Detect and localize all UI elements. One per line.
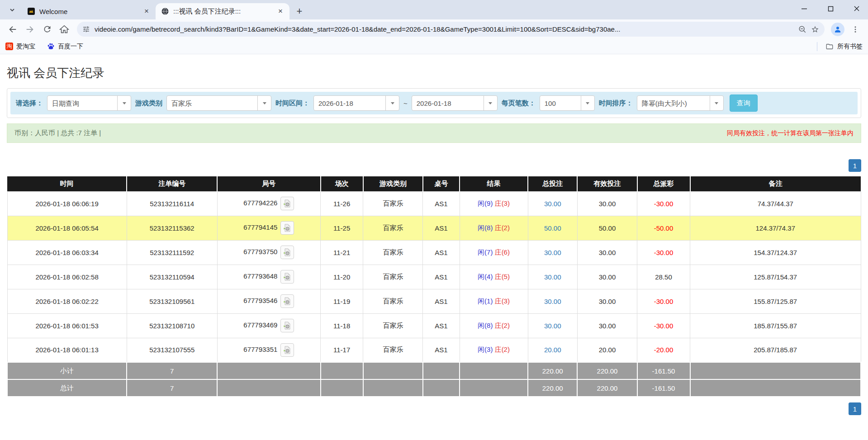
video-replay-icon[interactable] xyxy=(280,270,294,284)
col-payout: 总派彩 xyxy=(637,176,690,191)
cell-time: 2026-01-18 06:06:19 xyxy=(7,191,127,216)
currency-summary: 币别：人民币 | 总共 :7 注单 | xyxy=(14,129,101,137)
profile-avatar[interactable] xyxy=(831,23,844,36)
caret-down-icon xyxy=(489,102,492,104)
dropdown-button[interactable] xyxy=(581,96,594,110)
pagination-top: 1 xyxy=(7,159,861,172)
cell-table-no: AS1 xyxy=(423,216,460,240)
cell-total-bet: 50.00 xyxy=(528,216,577,240)
col-total-bet: 总投注 xyxy=(528,176,577,191)
game-kind-label: 游戏类别 xyxy=(135,99,162,108)
zoom-out-icon[interactable] xyxy=(798,25,806,33)
all-bookmarks-label: 所有书签 xyxy=(837,43,863,51)
bookmark-baidu[interactable]: 百度一下 xyxy=(47,43,83,51)
dropdown-button[interactable] xyxy=(710,96,723,110)
bookmark-taobao[interactable]: 淘 爱淘宝 xyxy=(5,43,35,51)
query-type-select[interactable]: 日期查询 xyxy=(47,95,131,111)
reload-icon xyxy=(43,24,52,34)
per-page-select[interactable]: 100 xyxy=(540,95,595,111)
cell-result: 闲(9) 庄(3) xyxy=(460,191,528,216)
new-tab-button[interactable]: + xyxy=(293,5,306,18)
video-replay-icon[interactable] xyxy=(280,343,294,357)
video-replay-icon[interactable] xyxy=(280,319,294,332)
page-1-button[interactable]: 1 xyxy=(849,402,861,415)
bet-records-table: 时间 注单编号 局号 场次 游戏类别 桌号 结果 总投注 有效投注 总派彩 备注… xyxy=(7,176,861,397)
back-button[interactable] xyxy=(5,21,21,38)
reload-button[interactable] xyxy=(39,21,55,38)
cell-result: 闲(3) 庄(2) xyxy=(460,338,528,362)
filter-panel: 请选择： 日期查询 游戏类别 百家乐 时间区间： 2026-01-18 ~ 20… xyxy=(7,88,861,118)
table-row: 2026-01-18 06:02:58523132110594677793648… xyxy=(7,265,861,289)
site-settings-icon[interactable] xyxy=(82,25,90,33)
total-payout: -161.50 xyxy=(637,379,690,397)
summary-bar: 币别：人民币 | 总共 :7 注单 | 同局有效投注，统一计算在该局第一张注单内 xyxy=(7,123,861,143)
caret-down-icon xyxy=(263,102,266,104)
minimize-window-icon[interactable] xyxy=(800,5,808,13)
valid-bet-note: 同局有效投注，统一计算在该局第一张注单内 xyxy=(727,129,854,137)
video-replay-icon[interactable] xyxy=(280,246,294,259)
cell-valid-bet: 30.00 xyxy=(577,289,637,313)
cell-bet-id: 523132110594 xyxy=(127,265,217,289)
cell-table-no: AS1 xyxy=(423,265,460,289)
total-total-bet: 220.00 xyxy=(528,379,577,397)
cell-bet-id: 523132108710 xyxy=(127,313,217,338)
cell-remark: 125.87/154.37 xyxy=(690,265,861,289)
col-game-kind: 游戏类别 xyxy=(363,176,423,191)
video-replay-icon[interactable] xyxy=(280,197,294,210)
bookmark-star-icon[interactable] xyxy=(811,25,819,33)
cell-bet-id: 523132107555 xyxy=(127,338,217,362)
cell-valid-bet: 30.00 xyxy=(577,265,637,289)
browser-tab-strip: Welcome × :::视讯 会员下注纪录::: × + xyxy=(0,0,868,19)
cell-round-id: 677793351 xyxy=(217,338,320,362)
folder-icon xyxy=(825,43,834,51)
cell-result: 闲(8) 庄(2) xyxy=(460,216,528,240)
cell-bet-id: 523132111592 xyxy=(127,240,217,265)
cell-time: 2026-01-18 06:05:54 xyxy=(7,216,127,240)
date-start-picker[interactable]: 2026-01-18 xyxy=(313,95,399,111)
col-valid-bet: 有效投注 xyxy=(577,176,637,191)
video-replay-icon[interactable] xyxy=(280,221,294,235)
cell-result: 闲(1) 庄(3) xyxy=(460,289,528,313)
dropdown-button[interactable] xyxy=(385,96,399,110)
cell-time: 2026-01-18 06:03:34 xyxy=(7,240,127,265)
cell-total-bet: 30.00 xyxy=(528,265,577,289)
pagination-bottom: 1 xyxy=(7,402,861,415)
cell-payout: -20.00 xyxy=(637,338,690,362)
maximize-window-icon[interactable] xyxy=(826,5,835,13)
dropdown-button[interactable] xyxy=(257,96,271,110)
close-tab-icon[interactable]: × xyxy=(276,7,285,16)
cell-payout: -50.00 xyxy=(637,216,690,240)
address-bar[interactable]: videoie.com/game/betrecord_search/kind3?… xyxy=(77,22,825,37)
cell-round-id: 677793750 xyxy=(217,240,320,265)
cell-total-bet: 20.00 xyxy=(528,338,577,362)
forward-button[interactable] xyxy=(22,21,38,38)
sort-select[interactable]: 降幂(由大到小) xyxy=(637,95,724,111)
cell-table-no: AS1 xyxy=(423,240,460,265)
page-1-button[interactable]: 1 xyxy=(849,159,861,172)
browser-menu-button[interactable] xyxy=(847,21,863,38)
game-kind-select[interactable]: 百家乐 xyxy=(166,95,271,111)
close-tab-icon[interactable]: × xyxy=(142,7,151,16)
cell-game-kind: 百家乐 xyxy=(363,265,423,289)
tab-bet-record[interactable]: :::视讯 会员下注纪录::: × xyxy=(156,3,289,19)
date-end-value: 2026-01-18 xyxy=(412,96,484,110)
cell-game-kind: 百家乐 xyxy=(363,289,423,313)
home-button[interactable] xyxy=(56,21,72,38)
dropdown-button[interactable] xyxy=(117,96,131,110)
cell-table-no: AS1 xyxy=(423,313,460,338)
search-button[interactable]: 查询 xyxy=(730,95,758,112)
cell-session: 11-17 xyxy=(321,338,363,362)
table-row: 2026-01-18 06:01:53523132108710677793469… xyxy=(7,313,861,338)
tab-search-button[interactable] xyxy=(6,4,18,16)
close-window-icon[interactable] xyxy=(853,5,861,13)
cell-valid-bet: 20.00 xyxy=(577,338,637,362)
tab-welcome[interactable]: Welcome × xyxy=(22,3,156,19)
cell-payout: 28.50 xyxy=(637,265,690,289)
cell-session: 11-26 xyxy=(321,191,363,216)
all-bookmarks-button[interactable]: 所有书签 xyxy=(817,42,863,51)
cell-valid-bet: 30.00 xyxy=(577,240,637,265)
date-start-value: 2026-01-18 xyxy=(314,96,385,110)
video-replay-icon[interactable] xyxy=(280,294,294,308)
date-end-picker[interactable]: 2026-01-18 xyxy=(412,95,498,111)
dropdown-button[interactable] xyxy=(484,96,497,110)
